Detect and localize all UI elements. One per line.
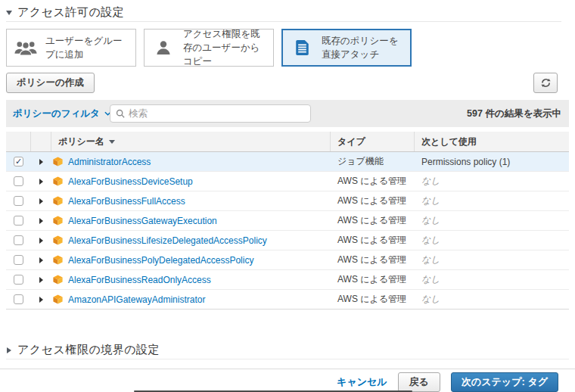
next-step-tags-button[interactable]: 次のステップ: タグ [451, 372, 558, 392]
policy-type-cell: AWS による管理 [331, 231, 415, 250]
row-checkbox[interactable] [14, 255, 23, 265]
policy-cube-icon [53, 157, 63, 166]
policy-name-link[interactable]: AlexaForBusinessReadOnlyAccess [68, 275, 211, 285]
policy-cube-icon [53, 176, 63, 186]
policy-name-link[interactable]: AlexaForBusinessLifesizeDelegatedAccessP… [68, 235, 267, 246]
checkbox-cell [6, 290, 31, 309]
expand-arrow-icon[interactable] [39, 257, 43, 263]
policy-name-cell: AdministratorAccess [51, 152, 331, 171]
user-group-icon [13, 40, 39, 56]
back-button[interactable]: 戻る [398, 372, 440, 392]
policy-used-as-cell: なし [415, 211, 569, 230]
policy-type-cell: AWS による管理 [331, 191, 415, 210]
search-box [110, 104, 311, 123]
checkbox-cell [6, 270, 31, 289]
permissions-section-header[interactable]: アクセス許可の設定 [6, 5, 124, 20]
cancel-button[interactable]: キャンセル [337, 375, 387, 389]
policies-table: ポリシー名 タイプ 次として使用 [6, 132, 569, 310]
header-checkbox-column [6, 132, 31, 151]
checkbox-cell [6, 172, 31, 191]
user-icon [151, 40, 176, 55]
expand-arrow-icon[interactable] [39, 297, 43, 303]
table-row: AlexaForBusinessPolyDelegatedAccessPolic… [6, 250, 569, 270]
footer-divider [0, 369, 575, 369]
create-policy-button[interactable]: ポリシーの作成 [6, 73, 95, 93]
expand-triangle-icon [7, 347, 11, 353]
expand-arrow-icon[interactable] [39, 238, 43, 244]
policy-used-as-cell: なし [415, 231, 569, 250]
table-row: AlexaForBusinessGatewayExecution AWS による… [6, 211, 569, 231]
policy-name-cell: AlexaForBusinessDeviceSetup [51, 172, 331, 191]
card-attach-existing-policies[interactable]: 既存のポリシーを直接アタッチ [281, 29, 412, 67]
row-checkbox[interactable] [14, 235, 23, 245]
filter-bar: ポリシーのフィルタ 597 件の結果を表示中 [6, 100, 569, 127]
policy-name-cell: AlexaForBusinessGatewayExecution [51, 211, 331, 230]
expand-cell [31, 191, 51, 210]
policy-name-link[interactable]: AlexaForBusinessPolyDelegatedAccessPolic… [68, 255, 253, 266]
refresh-icon [541, 78, 551, 88]
row-checkbox[interactable] [14, 157, 23, 166]
policy-used-as-cell: Permissions policy (1) [415, 152, 569, 171]
search-icon [116, 109, 125, 118]
policy-name-link[interactable]: AlexaForBusinessFullAccess [68, 196, 185, 207]
table-header-row: ポリシー名 タイプ 次として使用 [6, 132, 569, 152]
row-checkbox[interactable] [14, 196, 23, 206]
search-input[interactable] [129, 108, 305, 119]
boundary-section-header[interactable]: アクセス権限の境界の設定 [7, 343, 160, 357]
expand-arrow-icon[interactable] [39, 179, 43, 185]
policy-name-link[interactable]: AlexaForBusinessGatewayExecution [68, 216, 217, 226]
expand-arrow-icon[interactable] [39, 277, 43, 283]
policy-type-cell: AWS による管理 [331, 270, 415, 289]
policy-name-cell: AlexaForBusinessReadOnlyAccess [51, 270, 331, 289]
policy-name-cell: AlexaForBusinessPolyDelegatedAccessPolic… [51, 250, 331, 269]
policy-cube-icon [53, 255, 63, 265]
expand-cell [31, 270, 51, 289]
row-checkbox[interactable] [14, 294, 23, 304]
checkbox-cell [6, 250, 31, 269]
expand-arrow-icon[interactable] [39, 218, 43, 224]
policy-name-link[interactable]: AlexaForBusinessDeviceSetup [68, 176, 193, 187]
expand-cell [31, 152, 51, 171]
policy-type-cell: AWS による管理 [331, 172, 415, 191]
policy-type-cell: AWS による管理 [331, 250, 415, 269]
section-title: アクセス許可の設定 [17, 5, 124, 20]
policy-cube-icon [53, 275, 63, 285]
row-checkbox[interactable] [14, 216, 23, 226]
policy-used-as-cell: なし [415, 290, 569, 309]
policy-used-as-cell: なし [415, 172, 569, 191]
header-policy-name[interactable]: ポリシー名 [51, 132, 331, 151]
card-add-user-to-group[interactable]: ユーザーをグループに追加 [6, 29, 136, 67]
checkbox-cell [6, 152, 31, 171]
expand-cell [31, 172, 51, 191]
header-type: タイプ [331, 132, 415, 151]
card-label: 既存のポリシーを直接アタッチ [322, 34, 404, 61]
policy-used-as-cell: なし [415, 191, 569, 210]
policy-type-cell: AWS による管理 [331, 290, 415, 309]
expand-arrow-icon[interactable] [39, 159, 43, 165]
expand-arrow-icon[interactable] [39, 198, 43, 204]
policy-name-link[interactable]: AdministratorAccess [68, 157, 151, 167]
card-copy-permissions[interactable]: アクセス権限を既存のユーザーからコピー [144, 29, 274, 67]
policy-name-cell: AlexaForBusinessFullAccess [51, 191, 331, 210]
card-label: アクセス権限を既存のユーザーからコピー [183, 27, 267, 68]
row-checkbox[interactable] [14, 275, 23, 285]
table-row: AdministratorAccess ジョブ機能 Permissions po… [6, 152, 569, 172]
expand-cell [31, 211, 51, 230]
footer-actions: キャンセル 戻る 次のステップ: タグ [337, 372, 558, 392]
expand-cell [31, 231, 51, 250]
policy-type-cell: ジョブ機能 [331, 152, 415, 171]
sort-desc-icon [109, 140, 115, 144]
section-divider [6, 21, 561, 22]
policy-type-cell: AWS による管理 [331, 211, 415, 230]
policy-name-link[interactable]: AmazonAPIGatewayAdministrator [68, 294, 205, 305]
header-expand-column [31, 132, 51, 151]
refresh-button[interactable] [533, 73, 558, 93]
policy-name-cell: AlexaForBusinessLifesizeDelegatedAccessP… [51, 231, 331, 250]
row-checkbox[interactable] [14, 176, 23, 186]
document-icon [289, 39, 315, 56]
expand-cell [31, 250, 51, 269]
policy-cube-icon [53, 235, 63, 245]
policy-filter-dropdown[interactable]: ポリシーのフィルタ [13, 107, 111, 120]
filter-label: ポリシーのフィルタ [13, 107, 100, 120]
expand-cell [31, 290, 51, 309]
